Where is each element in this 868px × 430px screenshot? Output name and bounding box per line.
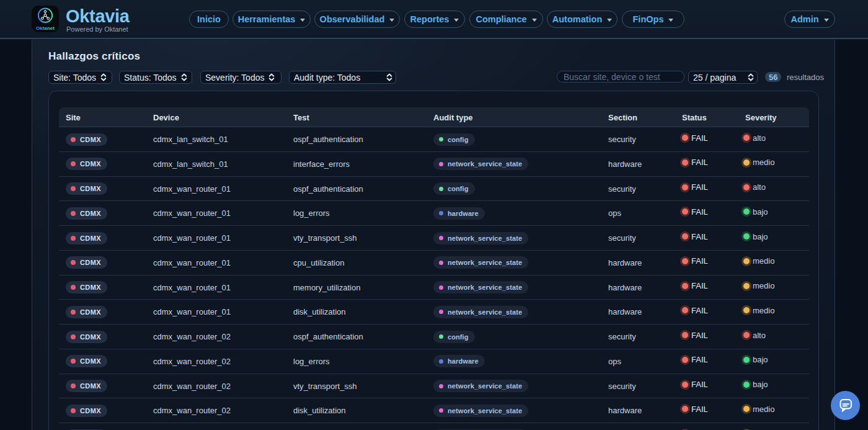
svg-text:Oktanet: Oktanet bbox=[36, 25, 55, 31]
